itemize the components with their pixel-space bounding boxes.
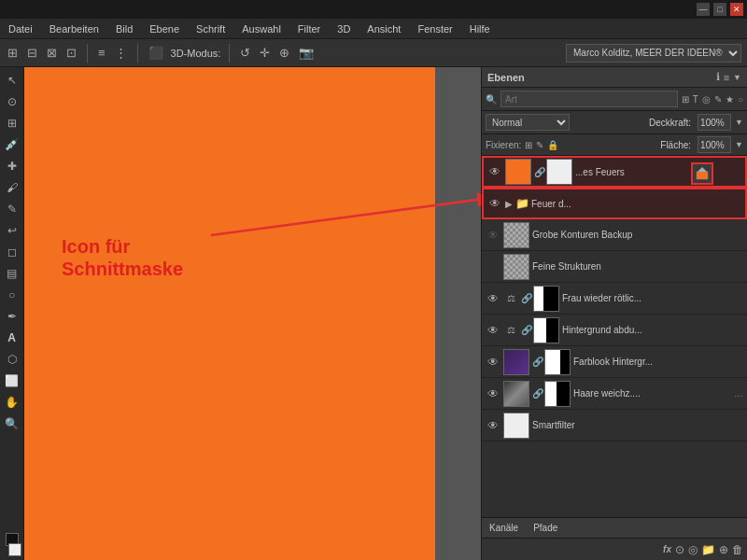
layer-search-input[interactable] [500, 91, 678, 107]
profile-dropdown[interactable]: Marco Kolditz, MEER DER IDEEN® [566, 44, 741, 63]
tool-history-icon[interactable]: ↩ [3, 221, 21, 240]
tool-align2-icon[interactable]: ⊠ [45, 44, 59, 62]
filter-toggle[interactable]: ○ [738, 94, 743, 105]
layer-visibility-feuer-d[interactable]: 👁 [487, 196, 502, 211]
menu-fenster[interactable]: Fenster [413, 21, 457, 36]
menu-bearbeiten[interactable]: Bearbeiten [45, 21, 104, 36]
layer-visibility-smartfilter[interactable]: 👁 [486, 418, 500, 433]
search-row: 🔍 ⊞ T ◎ ✎ ★ ○ [482, 88, 747, 111]
panel-footer: fx ⊙ ◎ 📁 ⊕ 🗑 [482, 538, 747, 560]
tool-text-icon[interactable]: A [3, 329, 21, 347]
layer-link-frau[interactable]: 🔗 [521, 293, 530, 303]
tool-align1-icon[interactable]: ⊟ [25, 44, 39, 62]
layer-visibility-frau[interactable]: 👁 [486, 291, 500, 306]
tool-dodge-icon[interactable]: ○ [3, 286, 21, 304]
filter-icon1[interactable]: ⊞ [682, 94, 689, 105]
layer-visibility-farblook[interactable]: 👁 [486, 355, 500, 370]
tool-path-icon[interactable]: ⬡ [3, 350, 21, 369]
tool-3d-icon[interactable]: ⬛ [147, 44, 165, 62]
filter-icon5[interactable]: ★ [726, 94, 734, 105]
tool-align3-icon[interactable]: ⊡ [64, 44, 78, 62]
panel-collapse-icon[interactable]: ▼ [733, 73, 741, 82]
tool-distribute1-icon[interactable]: ≡ [96, 44, 107, 62]
tool-camera-icon[interactable]: 📷 [297, 44, 316, 62]
layer-row-feine[interactable]: Feine Strukturen [482, 251, 747, 283]
tab-pfade[interactable]: Pfade [529, 521, 561, 535]
background-color-swatch[interactable] [8, 543, 21, 556]
layer-visibility-feuers[interactable]: 👁 [487, 164, 502, 179]
opacity-input[interactable] [698, 114, 731, 131]
lock-all-icon[interactable]: 🔒 [547, 140, 558, 150]
menu-ebene[interactable]: Ebene [145, 21, 184, 36]
layer-row-grobe[interactable]: 👁 Grobe Konturen Backup [482, 219, 747, 251]
tool-crop-icon[interactable]: ⊞ [3, 114, 21, 133]
layers-list[interactable]: 👁 🔗 ...es Feuers 👁 [482, 156, 747, 517]
tool-heal-icon[interactable]: ✚ [3, 157, 21, 175]
panel-menu-icon[interactable]: ≡ [724, 72, 729, 83]
menu-schrift[interactable]: Schrift [191, 21, 230, 36]
lock-pixel-icon[interactable]: ✎ [536, 140, 543, 150]
fill-arrow[interactable]: ▼ [735, 140, 743, 149]
tool-move-icon[interactable]: ⊞ [6, 44, 20, 62]
close-button[interactable]: ✕ [730, 3, 743, 16]
tool-stamp-icon[interactable]: ✎ [3, 200, 21, 218]
layer-link-feuers[interactable]: 🔗 [534, 167, 543, 177]
menu-auswahl[interactable]: Auswahl [237, 21, 286, 36]
opacity-arrow[interactable]: ▼ [735, 118, 743, 127]
adjustment-button[interactable]: ◎ [688, 543, 698, 556]
layer-visibility-hintergrund[interactable]: 👁 [486, 323, 500, 338]
layer-row-feuers[interactable]: 👁 🔗 ...es Feuers [482, 156, 747, 188]
layer-row-haare[interactable]: 👁 🔗 Haare weichz.... … [482, 378, 747, 410]
new-layer-button[interactable]: ⊕ [719, 543, 728, 556]
layer-name-haare: Haare weichz.... [573, 388, 731, 399]
layer-row-farblook[interactable]: 👁 🔗 Farblook Hintergr... [482, 346, 747, 378]
blend-mode-dropdown[interactable]: Normal [486, 114, 570, 131]
layer-thumb-farblook [503, 349, 529, 375]
tab-kanaele[interactable]: Kanäle [486, 521, 522, 535]
minimize-button[interactable]: — [697, 3, 710, 16]
tool-zoom-icon[interactable]: ⊕ [277, 44, 291, 62]
delete-layer-button[interactable]: 🗑 [732, 543, 743, 556]
layer-row-smartfilter[interactable]: 👁 Smartfilter [482, 410, 747, 441]
tool-gradient-icon[interactable]: ▤ [3, 264, 21, 283]
tool-pen-icon[interactable]: ✒ [3, 307, 21, 326]
panel-info-icon[interactable]: ℹ [716, 71, 720, 83]
add-mask-button[interactable]: ⊙ [675, 543, 684, 556]
layer-visibility-grobe[interactable]: 👁 [486, 228, 500, 243]
menu-3d[interactable]: 3D [332, 21, 355, 36]
filter-icon4[interactable]: ✎ [714, 94, 722, 105]
layer-link-hintergrund[interactable]: 🔗 [521, 325, 530, 335]
menu-filter[interactable]: Filter [293, 21, 325, 36]
tool-lasso-icon[interactable]: ⊙ [3, 92, 21, 111]
fx-button[interactable]: fx [663, 544, 671, 554]
layer-expand-feuer-d[interactable]: ▶ [505, 199, 513, 209]
menu-datei[interactable]: Datei [4, 21, 37, 36]
tool-rotate-icon[interactable]: ↺ [238, 44, 252, 62]
menu-hilfe[interactable]: Hilfe [465, 21, 495, 36]
window-controls[interactable]: — □ ✕ [697, 3, 743, 16]
tool-brush-icon[interactable]: 🖌 [3, 178, 21, 197]
tool-eraser-icon[interactable]: ◻ [3, 243, 21, 261]
layer-visibility-haare[interactable]: 👁 [486, 386, 500, 401]
tool-pan-icon[interactable]: ✛ [258, 44, 272, 62]
filter-icon3[interactable]: ◎ [702, 94, 711, 105]
lock-position-icon[interactable]: ⊞ [525, 140, 532, 150]
tool-shape-icon[interactable]: ⬜ [3, 371, 21, 390]
layer-link-farblook[interactable]: 🔗 [532, 357, 542, 367]
filter-icon2[interactable]: T [693, 94, 698, 105]
tool-select-icon[interactable]: ↖ [3, 71, 21, 90]
layer-row-feuer-d[interactable]: 👁 ▶ 📁 Feuer d... [482, 188, 747, 219]
new-group-button[interactable]: 📁 [701, 543, 715, 556]
layer-row-frau[interactable]: 👁 ⚖ 🔗 Frau wieder rötlic... [482, 283, 747, 315]
layer-row-hintergrund[interactable]: 👁 ⚖ 🔗 Hintergrund abdu... [482, 315, 747, 346]
layer-link-haare[interactable]: 🔗 [532, 388, 542, 399]
tool-hand-icon[interactable]: ✋ [3, 393, 21, 412]
menu-ansicht[interactable]: Ansicht [362, 21, 405, 36]
fill-input[interactable] [698, 136, 731, 153]
menu-bild[interactable]: Bild [111, 21, 137, 36]
tool-eyedropper-icon[interactable]: 💉 [3, 135, 21, 154]
maximize-button[interactable]: □ [713, 3, 726, 16]
clip-mask-icon[interactable] [691, 162, 713, 185]
tool-zoom2-icon[interactable]: 🔍 [3, 414, 21, 433]
tool-distribute2-icon[interactable]: ⋮ [113, 44, 129, 62]
